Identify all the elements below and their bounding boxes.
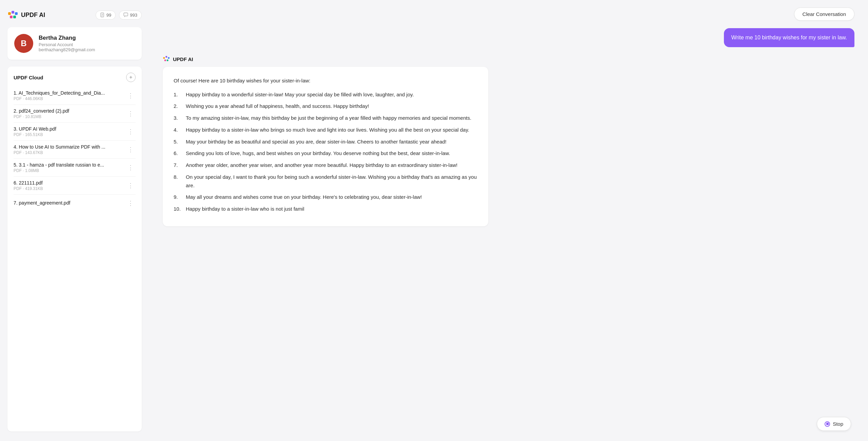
- app-title: UPDF AI: [21, 12, 45, 19]
- top-bar: Clear Conversation: [149, 0, 868, 28]
- file-meta: PDF · 446.06KB: [14, 96, 105, 101]
- svg-rect-1: [12, 11, 14, 14]
- wish-number: 2.: [174, 102, 183, 111]
- file-name: 4. How to Use AI to Summarize PDF with .…: [14, 144, 105, 150]
- file-name: 2. pdf24_converted (2).pdf: [14, 108, 69, 114]
- wish-number: 6.: [174, 149, 183, 158]
- chat-icon: [123, 13, 128, 17]
- file-item[interactable]: 5. 3.1 - hamza - pdf translate russian t…: [14, 159, 136, 177]
- file-name: 7. payment_agreement.pdf: [14, 200, 70, 206]
- clear-conversation-button[interactable]: Clear Conversation: [794, 7, 854, 21]
- wish-text: May your birthday be as beautiful and sp…: [186, 138, 447, 146]
- wish-text: Wishing you a year ahead full of happine…: [186, 102, 369, 111]
- wish-item: 5. May your birthday be as beautiful and…: [174, 138, 477, 146]
- ai-name-label: UPDF AI: [173, 56, 193, 62]
- response-intro: Of course! Here are 10 birthday wishes f…: [174, 76, 477, 85]
- cloud-title: UPDF Cloud: [14, 75, 43, 80]
- file-info: 5. 3.1 - hamza - pdf translate russian t…: [14, 162, 104, 173]
- file-list: 1. AI_Techniques_for_Detecting_and_Dia..…: [14, 87, 136, 212]
- avatar: B: [14, 34, 33, 53]
- stop-icon: [825, 421, 830, 427]
- svg-rect-14: [167, 59, 169, 61]
- file-name: 5. 3.1 - hamza - pdf translate russian t…: [14, 162, 104, 168]
- wish-item: 9. May all your dreams and wishes come t…: [174, 193, 477, 202]
- wish-item: 10. Happy birthday to a sister-in-law wh…: [174, 205, 477, 213]
- wishes-container: 1. Happy birthday to a wonderful sister-…: [174, 91, 477, 213]
- sidebar-header: UPDF AI 99 993: [7, 9, 142, 20]
- stop-label: Stop: [833, 421, 843, 427]
- wish-item: 6. Sending you lots of love, hugs, and b…: [174, 149, 477, 158]
- user-info: Bertha Zhang Personal Account berthazhan…: [39, 35, 95, 52]
- file-name: 3. UPDF AI Web.pdf: [14, 126, 56, 132]
- wish-number: 1.: [174, 91, 183, 99]
- user-account-type: Personal Account: [39, 42, 95, 47]
- plus-icon: +: [129, 74, 132, 80]
- wish-number: 4.: [174, 126, 183, 134]
- file-name: 1. AI_Techniques_for_Detecting_and_Dia..…: [14, 90, 105, 96]
- file-item[interactable]: 2. pdf24_converted (2).pdf PDF · 10.81MB…: [14, 105, 136, 123]
- app-logo: UPDF AI: [7, 9, 45, 20]
- user-card: B Bertha Zhang Personal Account berthazh…: [7, 27, 142, 60]
- file-item[interactable]: 4. How to Use AI to Summarize PDF with .…: [14, 141, 136, 159]
- ai-logo-icon: [163, 55, 170, 63]
- wish-text: Happy birthday to a sister-in-law who is…: [186, 205, 304, 213]
- wish-item: 2. Wishing you a year ahead full of happ…: [174, 102, 477, 111]
- wish-text: Sending you lots of love, hugs, and best…: [186, 149, 450, 158]
- file-menu-button[interactable]: ⋮: [125, 162, 136, 173]
- chat-count: 993: [130, 13, 137, 18]
- user-email: berthazhang829@gmail.com: [39, 47, 95, 52]
- file-item[interactable]: 7. payment_agreement.pdf ⋮: [14, 195, 136, 212]
- file-info: 4. How to Use AI to Summarize PDF with .…: [14, 144, 105, 155]
- doc-icon: [100, 13, 105, 17]
- wish-text: Happy birthday to a sister-in-law who br…: [186, 126, 469, 134]
- wish-item: 8. On your special day, I want to thank …: [174, 173, 477, 190]
- svg-rect-11: [165, 56, 167, 58]
- file-info: 2. pdf24_converted (2).pdf PDF · 10.81MB: [14, 108, 69, 119]
- updf-logo-icon: [7, 9, 18, 20]
- user-message: Write me 10 birthday wishes for my siste…: [724, 28, 854, 47]
- stop-button[interactable]: Stop: [817, 417, 851, 431]
- wish-text: On your special day, I want to thank you…: [186, 173, 477, 190]
- add-file-button[interactable]: +: [126, 73, 136, 82]
- wish-number: 10.: [174, 205, 183, 213]
- svg-rect-0: [8, 12, 11, 15]
- svg-rect-4: [13, 16, 16, 18]
- svg-rect-13: [164, 59, 166, 61]
- svg-rect-2: [15, 12, 18, 15]
- file-menu-button[interactable]: ⋮: [125, 91, 136, 101]
- header-stats: 99 993: [96, 11, 142, 20]
- ai-response: UPDF AI Of course! Here are 10 birthday …: [163, 55, 488, 226]
- wish-item: 4. Happy birthday to a sister-in-law who…: [174, 126, 477, 134]
- file-meta: PDF · 419.31KB: [14, 186, 43, 191]
- wish-item: 1. Happy birthday to a wonderful sister-…: [174, 91, 477, 99]
- cloud-header: UPDF Cloud +: [14, 73, 136, 82]
- svg-rect-10: [163, 57, 165, 59]
- wish-text: Happy birthday to a wonderful sister-in-…: [186, 91, 414, 99]
- user-name: Bertha Zhang: [39, 35, 95, 41]
- file-menu-button[interactable]: ⋮: [125, 145, 136, 155]
- wish-item: 3. To my amazing sister-in-law, may this…: [174, 114, 477, 122]
- doc-stat-badge: 99: [96, 11, 116, 20]
- file-meta: PDF · 1.08MB: [14, 168, 104, 173]
- file-menu-button[interactable]: ⋮: [125, 109, 136, 119]
- svg-rect-12: [168, 57, 170, 59]
- wish-item: 7. Another year older, another year wise…: [174, 161, 477, 170]
- file-menu-button[interactable]: ⋮: [125, 127, 136, 137]
- file-info: 1. AI_Techniques_for_Detecting_and_Dia..…: [14, 90, 105, 101]
- file-info: 3. UPDF AI Web.pdf PDF · 165.51KB: [14, 126, 56, 137]
- file-item[interactable]: 1. AI_Techniques_for_Detecting_and_Dia..…: [14, 87, 136, 105]
- bottom-bar: Stop: [817, 417, 851, 431]
- svg-rect-9: [124, 13, 128, 16]
- file-meta: PDF · 165.51KB: [14, 132, 56, 137]
- wish-number: 9.: [174, 193, 183, 202]
- chat-area[interactable]: Write me 10 birthday wishes for my siste…: [149, 28, 868, 441]
- file-info: 7. payment_agreement.pdf: [14, 200, 70, 206]
- wish-number: 3.: [174, 114, 183, 122]
- file-item[interactable]: 3. UPDF AI Web.pdf PDF · 165.51KB ⋮: [14, 123, 136, 141]
- file-menu-button[interactable]: ⋮: [125, 180, 136, 191]
- svg-rect-3: [10, 16, 13, 18]
- file-item[interactable]: 6. 221111.pdf PDF · 419.31KB ⋮: [14, 177, 136, 195]
- main-area: Clear Conversation Write me 10 birthday …: [149, 0, 868, 441]
- file-menu-button[interactable]: ⋮: [125, 198, 136, 208]
- wish-number: 8.: [174, 173, 183, 190]
